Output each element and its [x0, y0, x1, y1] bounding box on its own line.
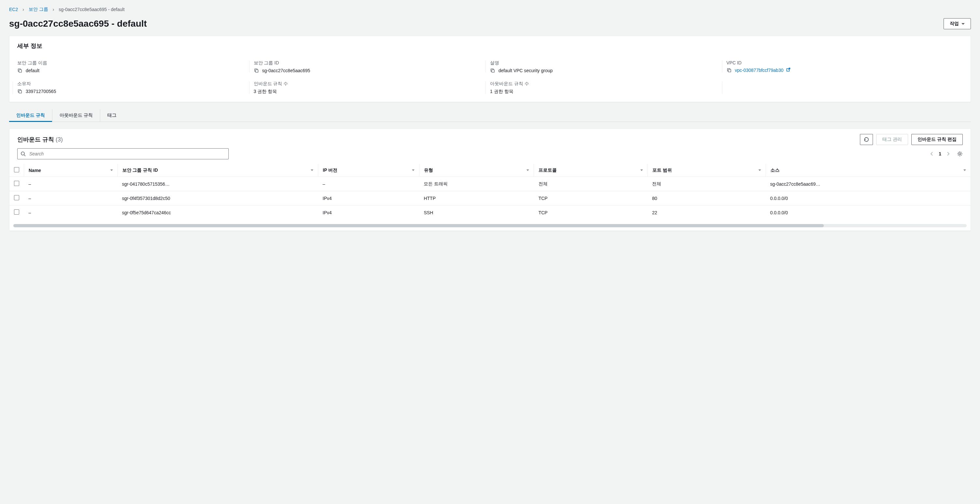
- cell-type: 모든 트래픽: [419, 177, 534, 191]
- sort-icon: [311, 170, 313, 171]
- copy-icon[interactable]: [17, 89, 22, 94]
- detail-value-sg-id: sg-0acc27cc8e5aac695: [262, 68, 310, 73]
- cell-name: –: [24, 191, 118, 206]
- detail-label-inbound-count: 인바운드 규칙 수: [254, 81, 484, 87]
- details-panel: 세부 정보 보안 그룹 이름 default 보안 그룹 ID sg-0acc2…: [9, 36, 971, 102]
- tab-tags[interactable]: 태그: [100, 109, 124, 122]
- cell-protocol: TCP: [534, 191, 648, 206]
- cell-port: 전체: [648, 177, 765, 191]
- cell-type: SSH: [419, 206, 534, 220]
- detail-value-desc: default VPC security group: [498, 68, 553, 73]
- tab-outbound[interactable]: 아웃바운드 규칙: [52, 109, 100, 122]
- row-checkbox[interactable]: [14, 195, 19, 200]
- sort-icon: [110, 170, 113, 171]
- pagination: 1: [929, 151, 963, 157]
- copy-icon[interactable]: [254, 68, 259, 73]
- tabs: 인바운드 규칙 아웃바운드 규칙 태그: [9, 109, 971, 122]
- caret-down-icon: [961, 23, 965, 25]
- page-prev-icon[interactable]: [929, 152, 934, 156]
- detail-value-sg-name: default: [26, 68, 39, 73]
- rules-table: Name 보안 그룹 규칙 ID IP 버전 유형 프로토콜 포트 범위 소스 …: [10, 164, 970, 219]
- table-row[interactable]: –sgr-041780c5715356…–모든 트래픽전체전체sg-0acc27…: [10, 177, 970, 191]
- col-ip-version[interactable]: IP 버전: [323, 168, 337, 173]
- search-input[interactable]: [17, 148, 229, 159]
- cell-rule-id: sgr-0f5e75d647ca246cc: [118, 206, 318, 220]
- cell-ip-version: IPv4: [318, 206, 419, 220]
- cell-source: 0.0.0.0/0: [765, 206, 970, 220]
- detail-label-vpc-id: VPC ID: [727, 60, 956, 65]
- select-all-checkbox[interactable]: [14, 167, 19, 172]
- table-row[interactable]: –sgr-0f4f357301d8d2c50IPv4HTTPTCP800.0.0…: [10, 191, 970, 206]
- cell-name: –: [24, 177, 118, 191]
- breadcrumb: EC2 › 보안 그룹 › sg-0acc27cc8e5aac695 - def…: [9, 6, 971, 13]
- refresh-icon: [864, 136, 869, 143]
- col-port-range[interactable]: 포트 범위: [652, 168, 672, 173]
- cell-port: 22: [648, 206, 765, 220]
- chevron-right-icon: ›: [22, 7, 24, 12]
- sort-icon: [963, 170, 966, 171]
- cell-protocol: TCP: [534, 206, 648, 220]
- copy-icon[interactable]: [490, 68, 495, 73]
- sort-icon: [412, 170, 415, 171]
- tab-inbound[interactable]: 인바운드 규칙: [9, 109, 52, 122]
- rules-count: (3): [56, 136, 63, 143]
- page-next-icon[interactable]: [946, 152, 950, 156]
- cell-type: HTTP: [419, 191, 534, 206]
- settings-gear-icon[interactable]: [957, 151, 963, 157]
- detail-value-inbound-count: 3 권한 항목: [254, 89, 277, 95]
- col-name[interactable]: Name: [29, 168, 41, 173]
- page-number: 1: [939, 151, 941, 156]
- col-source[interactable]: 소스: [770, 168, 780, 173]
- detail-value-outbound-count: 1 권한 항목: [490, 89, 514, 95]
- cell-protocol: 전체: [534, 177, 648, 191]
- detail-value-owner: 339712700565: [26, 89, 56, 94]
- sort-icon: [759, 170, 761, 171]
- vpc-id-text: vpc-030877bfccf79ab30: [735, 68, 783, 73]
- manage-tags-button[interactable]: 태그 관리: [876, 134, 908, 145]
- table-row[interactable]: –sgr-0f5e75d647ca246ccIPv4SSHTCP220.0.0.…: [10, 206, 970, 220]
- col-protocol[interactable]: 프로토콜: [538, 168, 557, 173]
- search-icon: [21, 151, 26, 156]
- copy-icon[interactable]: [727, 68, 732, 73]
- cell-ip-version: IPv4: [318, 191, 419, 206]
- cell-rule-id: sgr-041780c5715356…: [118, 177, 318, 191]
- cell-name: –: [24, 206, 118, 220]
- row-checkbox[interactable]: [14, 181, 19, 186]
- sort-icon: [640, 170, 643, 171]
- external-link-icon: [786, 67, 791, 72]
- sort-icon: [527, 170, 529, 171]
- copy-icon[interactable]: [17, 68, 22, 73]
- cell-source: sg-0acc27cc8e5aac69…: [765, 177, 970, 191]
- breadcrumb-current: sg-0acc27cc8e5aac695 - default: [59, 7, 124, 12]
- actions-label: 작업: [950, 21, 959, 27]
- rules-panel: 인바운드 규칙 (3) 태그 관리 인바운드 규칙 편집 1: [9, 128, 971, 231]
- detail-value-vpc-id-link[interactable]: vpc-030877bfccf79ab30: [735, 67, 791, 73]
- refresh-button[interactable]: [860, 134, 873, 145]
- cell-rule-id: sgr-0f4f357301d8d2c50: [118, 191, 318, 206]
- col-rule-id[interactable]: 보안 그룹 규칙 ID: [123, 168, 158, 173]
- rules-title-text: 인바운드 규칙: [17, 136, 54, 143]
- cell-ip-version: –: [318, 177, 419, 191]
- breadcrumb-section[interactable]: 보안 그룹: [29, 6, 48, 13]
- details-panel-title: 세부 정보: [17, 42, 963, 50]
- horizontal-scrollbar[interactable]: [13, 224, 967, 227]
- cell-port: 80: [648, 191, 765, 206]
- chevron-right-icon: ›: [53, 7, 54, 12]
- row-checkbox[interactable]: [14, 209, 19, 215]
- page-title: sg-0acc27cc8e5aac695 - default: [9, 19, 147, 29]
- detail-label-sg-id: 보안 그룹 ID: [254, 60, 484, 66]
- detail-label-owner: 소유자: [17, 81, 247, 87]
- actions-dropdown-button[interactable]: 작업: [943, 18, 971, 29]
- detail-label-sg-name: 보안 그룹 이름: [17, 60, 247, 66]
- col-type[interactable]: 유형: [424, 168, 433, 173]
- detail-label-desc: 설명: [490, 60, 720, 66]
- edit-inbound-rules-button[interactable]: 인바운드 규칙 편집: [912, 134, 963, 145]
- detail-label-outbound-count: 아웃바운드 규칙 수: [490, 81, 720, 87]
- breadcrumb-root[interactable]: EC2: [9, 7, 18, 12]
- rules-panel-title: 인바운드 규칙 (3): [17, 136, 63, 143]
- cell-source: 0.0.0.0/0: [765, 191, 970, 206]
